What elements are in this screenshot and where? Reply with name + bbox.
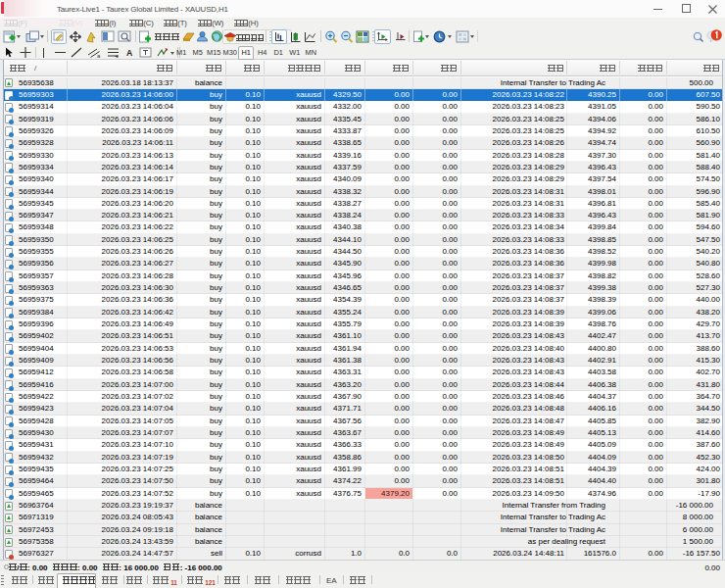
svg-text:a: a <box>97 53 101 59</box>
